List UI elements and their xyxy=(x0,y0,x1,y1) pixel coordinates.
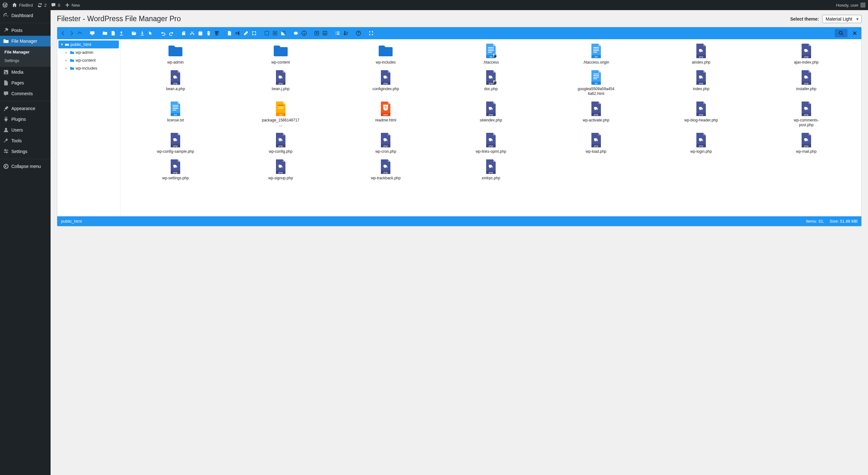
help-button[interactable] xyxy=(355,30,362,37)
sort-button[interactable] xyxy=(342,30,349,37)
updates[interactable]: 2 xyxy=(37,3,46,8)
menu-settings[interactable]: Settings xyxy=(0,146,51,157)
fullscreen-button[interactable] xyxy=(368,30,375,37)
back-button[interactable] xyxy=(60,30,67,37)
comments-count[interactable]: 0 xyxy=(51,3,60,8)
menu-appearance[interactable]: Appearance xyxy=(0,103,51,114)
file-item[interactable]: phpsiteindex.php xyxy=(438,99,544,129)
file-item[interactable]: phpwp-login.php xyxy=(649,131,754,156)
view-button[interactable] xyxy=(334,30,341,37)
file-item[interactable]: phpwp-config-sample.php xyxy=(123,131,228,156)
php-icon: php xyxy=(693,43,709,59)
duplicate-button[interactable] xyxy=(226,30,233,37)
resize-button[interactable] xyxy=(251,30,258,37)
close-search-button[interactable] xyxy=(850,29,859,37)
menu-pages[interactable]: Pages xyxy=(0,78,51,88)
file-item[interactable]: phpwp-links-opml.php xyxy=(438,131,544,156)
selectinvert-button[interactable] xyxy=(280,30,287,37)
user-greeting[interactable]: Howdy, user xyxy=(836,3,865,8)
netmount-button[interactable] xyxy=(89,30,96,37)
menu-file-manager[interactable]: File Manager xyxy=(0,36,51,47)
file-item[interactable]: phpwp-blog-header.php xyxy=(649,99,754,129)
open-button[interactable] xyxy=(130,30,137,37)
file-item[interactable]: phpwp-load.php xyxy=(544,131,649,156)
file-item[interactable]: phpwp-comments-post.php xyxy=(753,99,859,129)
file-label: wp-config-sample.php xyxy=(157,149,194,154)
file-item[interactable]: phpwp-trackback.php xyxy=(333,157,438,182)
svg-text:php: php xyxy=(804,145,809,147)
select-button[interactable] xyxy=(147,30,154,37)
file-item[interactable]: wp-includes xyxy=(333,42,438,66)
new-folder-button[interactable] xyxy=(101,30,108,37)
rename-button[interactable] xyxy=(234,30,241,37)
copy-button[interactable] xyxy=(181,30,187,37)
new-file-button[interactable] xyxy=(110,30,117,37)
file-item[interactable]: phpajax-index.php xyxy=(753,42,859,66)
svg-text:zip: zip xyxy=(279,113,283,116)
site-name[interactable]: FileBird xyxy=(12,3,33,8)
file-item[interactable]: phpconfigindex.php xyxy=(333,68,438,98)
file-item[interactable]: phpbean.a.php xyxy=(123,68,228,98)
file-item[interactable]: phpbean.j.php xyxy=(228,68,334,98)
file-item[interactable]: phpwp-config.php xyxy=(228,131,334,156)
forward-button[interactable] xyxy=(68,30,75,37)
selectall-button[interactable] xyxy=(263,30,270,37)
info-button[interactable] xyxy=(301,30,308,37)
preview-button[interactable] xyxy=(292,30,299,37)
menu-media[interactable]: Media xyxy=(0,67,51,78)
file-item[interactable]: phpxmlrpc.php xyxy=(438,157,544,182)
file-item[interactable]: phpwp-signup.php xyxy=(228,157,334,182)
upload-button[interactable] xyxy=(118,30,125,37)
redo-button[interactable] xyxy=(168,30,175,37)
file-item[interactable]: phpwp-activate.php xyxy=(544,99,649,129)
file-item[interactable]: wp-admin xyxy=(123,42,228,66)
file-label: googlea5509a59a4544a62.html xyxy=(577,87,615,96)
file-item[interactable]: wp-content xyxy=(228,42,334,66)
submenu-settings[interactable]: Settings xyxy=(0,56,51,65)
file-item[interactable]: phpwp-mail.php xyxy=(753,131,859,156)
file-item[interactable]: phpaindex.php xyxy=(649,42,754,66)
menu-posts[interactable]: Posts xyxy=(0,25,51,36)
empty-button[interactable] xyxy=(213,30,220,37)
edit-button[interactable] xyxy=(243,30,249,37)
svg-text:php: php xyxy=(699,82,703,85)
file-item[interactable]: txtgooglea5509a59a4544a62.html xyxy=(544,68,649,98)
menu-plugins[interactable]: Plugins xyxy=(0,114,51,125)
submenu-file-manager[interactable]: File Manager xyxy=(0,48,51,56)
search-button[interactable] xyxy=(835,29,847,37)
tree-item[interactable]: ▸wp-content xyxy=(64,56,119,64)
selectnone-button[interactable] xyxy=(272,30,278,37)
tree-root[interactable]: ▼ public_html xyxy=(59,40,119,49)
file-label: wp-links-opml.php xyxy=(476,149,506,154)
wp-logo[interactable] xyxy=(3,3,8,8)
file-item[interactable]: txtlicense.txt xyxy=(123,99,228,129)
theme-select[interactable]: Material Light xyxy=(822,15,862,23)
menu-comments[interactable]: Comments xyxy=(0,88,51,99)
archive-button[interactable] xyxy=(321,30,329,37)
file-item[interactable]: 5htmlreadme.html xyxy=(333,99,438,129)
admin-sidebar: Dashboard Posts File Manager File Manage… xyxy=(0,10,51,475)
file-item[interactable]: phpindex.php xyxy=(649,68,754,98)
paste-button[interactable] xyxy=(197,30,204,37)
download-button[interactable] xyxy=(139,30,146,37)
txt-icon: txt xyxy=(483,43,499,59)
menu-collapse[interactable]: Collapse menu xyxy=(0,161,51,172)
up-button[interactable] xyxy=(76,30,83,37)
undo-button[interactable] xyxy=(160,30,166,37)
file-item[interactable]: txt.htaccess.origin xyxy=(544,42,649,66)
file-item[interactable]: txt.htaccess xyxy=(438,42,544,66)
file-item[interactable]: phpdoc.php xyxy=(438,68,544,98)
tree-item[interactable]: ▸wp-admin xyxy=(64,49,119,56)
tree-item[interactable]: ▸wp-includes xyxy=(64,64,119,72)
new-content[interactable]: New xyxy=(65,3,80,8)
extract-button[interactable] xyxy=(313,30,320,37)
menu-dashboard[interactable]: Dashboard xyxy=(0,10,51,21)
file-item[interactable]: phpinstaller.php xyxy=(753,68,859,98)
file-item[interactable]: phpwp-settings.php xyxy=(123,157,228,182)
delete-button[interactable] xyxy=(205,30,212,37)
menu-users[interactable]: Users xyxy=(0,125,51,135)
menu-tools[interactable]: Tools xyxy=(0,135,51,146)
file-item[interactable]: zippackage_1586148717... xyxy=(228,99,334,129)
file-item[interactable]: phpwp-cron.php xyxy=(333,131,438,156)
cut-button[interactable] xyxy=(189,30,196,37)
